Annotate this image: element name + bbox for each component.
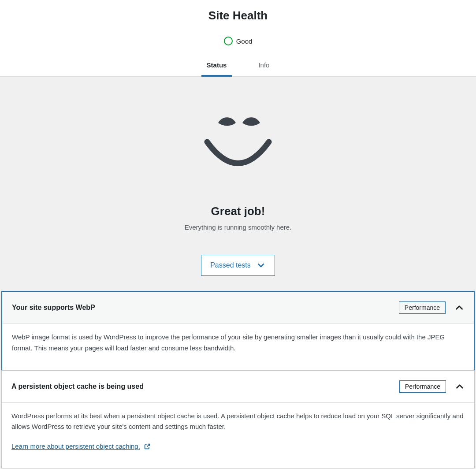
passed-tests-label: Passed tests	[210, 261, 251, 269]
tab-info[interactable]: Info	[253, 56, 275, 77]
health-status: Good	[0, 37, 476, 45]
smile-icon	[198, 116, 278, 178]
card-header-webp[interactable]: Your site supports WebP Performance	[2, 292, 474, 324]
card-body-text: WordPress performs at its best when a pe…	[11, 412, 464, 431]
learn-more-label: Learn more about persistent object cachi…	[11, 441, 140, 452]
chevron-down-icon	[256, 260, 266, 270]
chevron-up-icon	[455, 382, 465, 391]
page-title: Site Health	[0, 9, 476, 22]
badge-performance: Performance	[399, 301, 446, 314]
card-header-cache[interactable]: A persistent object cache is being used …	[2, 371, 474, 402]
subline-text: Everything is running smoothly here.	[0, 223, 476, 231]
badge-performance: Performance	[399, 380, 446, 393]
card-title: Your site supports WebP	[12, 304, 95, 312]
tabs: Status Info	[0, 56, 476, 77]
great-job-heading: Great job!	[0, 205, 476, 218]
card-body: WebP image format is used by WordPress t…	[2, 324, 474, 370]
external-link-icon	[144, 443, 151, 450]
card-body: WordPress performs at its best when a pe…	[2, 402, 474, 468]
tab-status[interactable]: Status	[201, 56, 232, 77]
status-label: Good	[236, 37, 253, 45]
status-circle-icon	[224, 37, 233, 45]
card-title: A persistent object cache is being used	[11, 383, 144, 390]
test-card-webp: Your site supports WebP Performance WebP…	[1, 291, 475, 371]
passed-tests-button[interactable]: Passed tests	[201, 255, 275, 276]
chevron-up-icon	[454, 303, 464, 312]
test-card-object-cache: A persistent object cache is being used …	[1, 370, 475, 469]
learn-more-link[interactable]: Learn more about persistent object cachi…	[11, 441, 151, 452]
